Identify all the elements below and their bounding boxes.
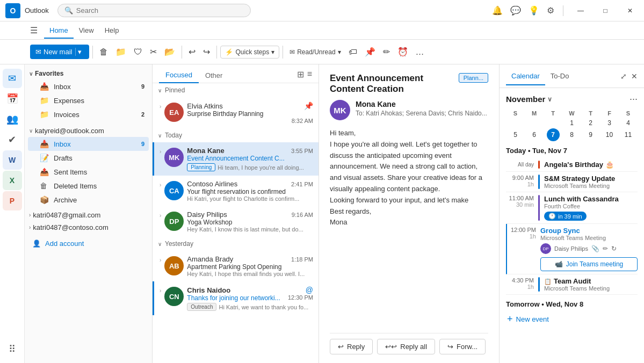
maximize-button[interactable]: □ [597, 4, 614, 18]
sidebar-toggle-btn[interactable]: ☰ [30, 25, 38, 35]
cal-day-11[interactable]: 11 [619, 128, 638, 141]
month-chevron-icon[interactable]: ∨ [547, 96, 552, 103]
sidebar-item-deleted[interactable]: 🗑 Deleted Items [28, 179, 149, 193]
nav-apps-icon[interactable]: ⠿ [3, 339, 22, 359]
tab-home[interactable]: Home [44, 23, 74, 39]
settings-icon[interactable]: ⚙ [547, 5, 554, 16]
cal-day-2[interactable]: 2 [581, 118, 600, 128]
email-item-amanda[interactable]: › AB Amanda Brady 1:18 PM Apartment Park… [153, 251, 319, 281]
search-box[interactable]: 🔍 [57, 4, 251, 17]
expand-panel-icon[interactable]: ⤢ [620, 72, 627, 81]
new-event-button[interactable]: + New event [506, 311, 638, 327]
forward-button[interactable]: ↪ Forw... [439, 339, 486, 354]
today-group-header[interactable]: ∨ Today [153, 128, 319, 142]
strategy-title: S&M Strategy Update [544, 175, 638, 183]
lunch-event[interactable]: 11:00 AM 30 min Lunch with Cassandra Fou… [506, 192, 638, 224]
refresh-cal-icon: ↻ [611, 245, 617, 252]
sidebar-item-expenses[interactable]: 📁 Expenses [28, 93, 149, 107]
sidebar-item-invoices[interactable]: 📁 Invoices 2 [28, 107, 149, 121]
nav-people-icon[interactable]: 👥 [3, 110, 22, 129]
favorites-header[interactable]: ∨ Favorites [25, 68, 152, 79]
cal-day-3[interactable]: 3 [600, 118, 619, 128]
chat-icon[interactable]: 💬 [510, 5, 521, 16]
sidebar-item-sent[interactable]: 📤 Sent Items [28, 165, 149, 179]
layout-toggle-icon[interactable]: ⊞ [297, 69, 304, 79]
strategy-subtitle: Microsoft Teams Meeting [544, 183, 638, 189]
team-audit-event[interactable]: 4:30 PM 1h 📋Team Audit Microsoft Teams M… [506, 274, 638, 295]
reply-all-button[interactable]: ↩↩ Reply all [377, 339, 435, 354]
close-panel-icon[interactable]: ✕ [631, 72, 638, 81]
email-item-chris[interactable]: › CN Chris Naidoo @ Thanks for joining o… [153, 281, 319, 315]
undo-button[interactable]: ↩ [185, 45, 199, 59]
mona-time: 3:55 PM [291, 148, 313, 154]
join-teams-button[interactable]: 📹 Join Teams meeting [540, 257, 638, 271]
account2-header[interactable]: › katri0487@gmail.com [25, 209, 152, 221]
new-mail-button[interactable]: ✉ New mail ▾ [30, 45, 89, 59]
move-button[interactable]: 📂 [161, 45, 178, 59]
cal-day-5[interactable]: 5 [506, 128, 525, 141]
sidebar-item-inbox-main[interactable]: 📥 Inbox 9 [28, 137, 149, 151]
new-mail-dropdown-icon[interactable]: ▾ [75, 48, 84, 56]
tab-calendar[interactable]: Calendar [506, 68, 545, 85]
add-account-button[interactable]: 👤 Add account [25, 237, 152, 250]
pinned-group-header[interactable]: ∨ Pinned [153, 83, 319, 97]
reply-button[interactable]: ↩ Reply [330, 339, 373, 354]
nav-calendar-icon[interactable]: 📅 [3, 89, 22, 108]
tab-todo[interactable]: To-Do [545, 68, 575, 84]
email-item-elvia[interactable]: › EA Elvia Atkins 📌 Surprise Birthday Pl… [153, 97, 319, 128]
tips-icon[interactable]: 💡 [529, 5, 539, 16]
flag-button[interactable]: 📌 [361, 45, 379, 59]
tag-button[interactable]: 🏷 [345, 45, 360, 59]
quick-steps-button[interactable]: ⚡ Quick steps ▾ [220, 46, 279, 59]
delete-button[interactable]: 🗑 [96, 45, 111, 59]
search-input[interactable] [76, 6, 244, 14]
nav-mail-icon[interactable]: ✉ [3, 69, 22, 88]
calendar-more-icon[interactable]: ··· [629, 93, 638, 105]
tab-other[interactable]: Other [199, 68, 229, 83]
compose-icon: ✉ [35, 48, 41, 56]
reminder-button[interactable]: ⏰ [394, 45, 411, 59]
calendar-header: November ∨ ··· [506, 93, 638, 105]
sidebar-item-favorites-inbox[interactable]: 📥 Inbox 9 [28, 79, 149, 93]
email-list-content: ∨ Pinned › EA Elvia Atkins 📌 Surprise Bi… [153, 83, 319, 363]
sidebar-item-drafts[interactable]: 📝 Drafts [28, 151, 149, 165]
nav-ppt-icon[interactable]: P [3, 191, 22, 210]
email-item-mona[interactable]: › MK Mona Kane 3:55 PM Event Announcemen… [153, 142, 319, 176]
cal-day-10[interactable]: 10 [600, 128, 619, 141]
sidebar-item-archive[interactable]: 📦 Archive [28, 193, 149, 207]
tab-view[interactable]: View [74, 23, 99, 38]
cal-day-4[interactable]: 4 [619, 118, 638, 128]
cal-day-8[interactable]: 8 [562, 128, 581, 141]
yesterday-group-header[interactable]: ∨ Yesterday [153, 237, 319, 251]
filter-icon[interactable]: ≡ [307, 69, 312, 79]
read-unread-button[interactable]: ✉ Read/Unread ▾ [286, 46, 344, 58]
notifications-icon[interactable]: 🔔 [492, 5, 503, 16]
chris-time: 12:30 PM [288, 294, 313, 302]
tab-help[interactable]: Help [99, 23, 125, 38]
archive-button[interactable]: 📁 [112, 45, 129, 59]
birthday-event[interactable]: All day Angela's Birthday 🎂 [506, 158, 638, 172]
lunch-time: 11:00 AM [506, 195, 534, 201]
ink-button[interactable]: ✏ [380, 45, 393, 59]
account3-header[interactable]: › katri0487@contoso.com [25, 221, 152, 234]
email-item-daisy[interactable]: › DP Daisy Philips 9:16 AM Yoga Workshop… [153, 206, 319, 237]
strategy-event[interactable]: 9:00 AM 1h S&M Strategy Update Microsoft… [506, 172, 638, 192]
cal-day-6[interactable]: 6 [525, 128, 544, 141]
more-tools-button[interactable]: … [413, 45, 428, 59]
minimize-button[interactable]: — [572, 4, 589, 18]
nav-tasks-icon[interactable]: ✔ [3, 130, 22, 149]
redo-button[interactable]: ↪ [200, 45, 213, 59]
junk-button[interactable]: 🛡 [131, 45, 146, 59]
nav-excel-icon[interactable]: X [3, 171, 22, 190]
account1-header[interactable]: ∨ katyreid@outlook.com [25, 125, 152, 137]
app-logo: O [5, 3, 20, 18]
close-button[interactable]: ✕ [621, 4, 639, 18]
group-sync-event[interactable]: 12:00 PM 1h Group Sync Microsoft Teams M… [506, 224, 638, 274]
sweep-button[interactable]: ✂ [147, 45, 160, 59]
nav-word-icon[interactable]: W [3, 150, 22, 170]
cal-day-7-today[interactable]: 7 [544, 128, 562, 141]
cal-day-1[interactable]: 1 [562, 118, 581, 128]
cal-day-9[interactable]: 9 [581, 128, 600, 141]
tab-focused[interactable]: Focused [159, 68, 199, 83]
email-item-contoso[interactable]: › CA Contoso Airlines 2:41 PM Your fligh… [153, 176, 319, 206]
